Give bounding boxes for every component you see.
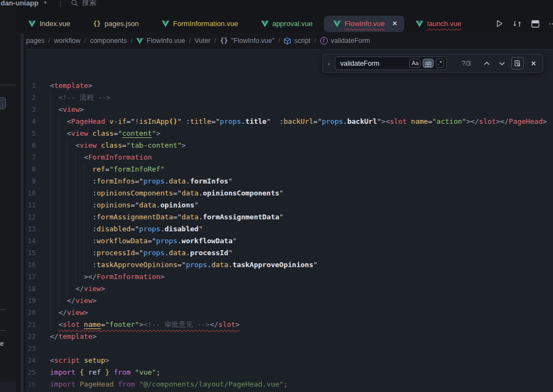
breadcrumb-separator: /: [131, 37, 132, 45]
line-number[interactable]: 20: [26, 307, 36, 319]
line-number[interactable]: 16: [26, 259, 36, 271]
line-number[interactable]: 6: [26, 140, 36, 151]
code-line-24: 24<script setup>: [26, 355, 553, 366]
tab-index-vue[interactable]: Index.vue: [17, 16, 81, 32]
line-number[interactable]: 1: [26, 80, 36, 92]
line-number[interactable]: 24: [26, 355, 36, 366]
tab-label: FormInformation.vue: [173, 20, 238, 28]
close-tab-icon[interactable]: ✕: [392, 20, 397, 27]
code-line-8: 8ref="formInfoRef": [26, 163, 553, 175]
indent-guide: [67, 283, 75, 295]
error-squiggle: <slot name="footer"><!-- 审批意见 --></slot>: [59, 320, 240, 328]
search-placeholder: 搜索: [82, 0, 96, 7]
next-match-button[interactable]: [497, 59, 506, 68]
global-search[interactable]: 搜索: [71, 0, 96, 7]
collapsed-side-panel: e: [0, 7, 16, 392]
line-number[interactable]: 21: [26, 319, 36, 331]
indent-guide: [84, 199, 93, 211]
line-number[interactable]: 12: [26, 211, 36, 223]
breadcrumb-item-pages[interactable]: pages: [26, 37, 45, 45]
find-in-selection-button[interactable]: [511, 57, 524, 69]
indent-guide: [50, 283, 59, 295]
toggle-replace-button[interactable]: ›: [323, 60, 335, 67]
breadcrumb-label: workflow: [54, 37, 81, 45]
code-line-11: 11:opinions="data.opinions": [26, 199, 553, 211]
line-number[interactable]: 7: [26, 151, 36, 163]
indent-guide: [67, 235, 75, 247]
line-number[interactable]: 4: [26, 116, 36, 128]
indent-guide: [50, 235, 59, 247]
line-number[interactable]: 25: [26, 366, 36, 378]
line-number[interactable]: 9: [26, 175, 36, 187]
line-number[interactable]: 11: [26, 199, 36, 211]
breadcrumb-item-workflow[interactable]: workflow: [54, 37, 81, 45]
code-line-19: 19</view>: [26, 295, 553, 307]
code-line-5: 5<view class="content">: [26, 128, 553, 140]
line-content: ></FormInformation>: [50, 271, 164, 283]
tab-approval-vue[interactable]: approval.vue: [250, 16, 324, 32]
more-actions-button[interactable]: ⋯: [548, 19, 553, 29]
run-button[interactable]: [494, 19, 504, 29]
line-number[interactable]: 3: [26, 104, 36, 116]
whole-word-button[interactable]: ab: [423, 59, 434, 68]
code-line-22: 22</template>: [26, 331, 553, 343]
line-content: :workflowData="props.workflowData": [50, 235, 237, 247]
tab-flowinfo-vue[interactable]: FlowInfo.vue✕: [324, 16, 404, 32]
line-content: <PageHead v-if="!isInApp()" :title="prop…: [50, 116, 547, 128]
breadcrumb-separator: /: [189, 37, 190, 45]
indent-guide: [59, 211, 67, 223]
breadcrumb-item--flowinfo-vue-[interactable]: {}"FlowInfo.vue": [220, 37, 275, 45]
line-content: </view>: [50, 295, 97, 307]
find-input[interactable]: validateForm Aa ab .*: [335, 56, 447, 70]
regex-button[interactable]: .*: [436, 59, 444, 68]
breadcrumb-item-script[interactable]: script: [284, 37, 310, 45]
line-number[interactable]: 19: [26, 295, 36, 307]
line-number[interactable]: 18: [26, 283, 36, 295]
sidebar-resize-handle[interactable]: [21, 34, 24, 392]
chevron-down-icon[interactable]: ▼: [43, 0, 48, 5]
indent-guide: [67, 140, 75, 151]
breadcrumb-item-validateform[interactable]: fvalidateForm: [320, 37, 370, 45]
indent-guide: [67, 247, 75, 259]
panel-divider: [0, 85, 15, 85]
vscode-window: { "titlebar": { "project": "dan-uniapp",…: [0, 0, 553, 392]
line-number[interactable]: 22: [26, 331, 36, 343]
breadcrumb-item-flowinfo-vue[interactable]: FlowInfo.vue: [136, 37, 185, 45]
line-number[interactable]: 23: [26, 343, 36, 355]
open-changes-button[interactable]: [512, 19, 522, 29]
line-number[interactable]: 5: [26, 128, 36, 140]
line-number[interactable]: 8: [26, 163, 36, 175]
line-number[interactable]: 13: [26, 223, 36, 235]
indent-guide: [75, 259, 84, 271]
vue-icon: [136, 38, 143, 44]
tab-forminformation-vue[interactable]: FormInformation.vue: [150, 16, 250, 32]
project-name[interactable]: dan-uniapp: [1, 0, 39, 7]
indent-guide: [75, 163, 84, 175]
line-number[interactable]: 15: [26, 247, 36, 259]
previous-match-button[interactable]: [482, 59, 491, 68]
tab-pages-json[interactable]: {}pages.json: [81, 16, 150, 32]
match-case-button[interactable]: Aa: [409, 59, 421, 68]
indent-guide: [75, 247, 84, 259]
indent-guide: [59, 247, 67, 259]
indent-guide: [84, 223, 93, 235]
line-number[interactable]: 26: [26, 378, 36, 390]
indent-guide: [67, 223, 75, 235]
split-editor-button[interactable]: [530, 19, 540, 29]
line-number[interactable]: 14: [26, 235, 36, 247]
line-number[interactable]: 2: [26, 92, 36, 104]
tab-launch-vue[interactable]: launch.vue: [404, 16, 473, 32]
indent-guide: [75, 235, 84, 247]
find-query-text[interactable]: validateForm: [340, 60, 407, 67]
breadcrumb-item-components[interactable]: components: [90, 37, 127, 45]
line-number[interactable]: 17: [26, 271, 36, 283]
breadcrumb-item-vuter[interactable]: Vuter: [195, 37, 211, 45]
close-find-button[interactable]: ✕: [529, 60, 538, 67]
indent-guide: [50, 259, 59, 271]
indent-guide: [59, 151, 67, 163]
search-icon: [71, 0, 78, 7]
code-editor[interactable]: 1<template>2<!-- 流程 -->3<view>4<PageHead…: [26, 49, 553, 392]
line-content: :opinions="data.opinions": [50, 199, 199, 211]
breadcrumb-label: "FlowInfo.vue": [231, 37, 275, 45]
line-number[interactable]: 10: [26, 187, 36, 199]
